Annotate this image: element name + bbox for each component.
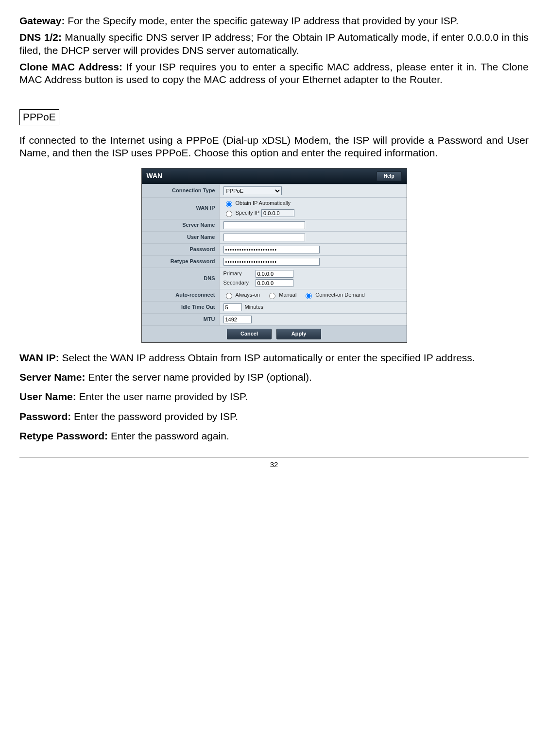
label-auto-reconnect: Auto-reconnect [142,289,220,301]
row-mtu: MTU [142,313,407,325]
username-label: User Name: [19,391,76,402]
dns-text: Manually specific DNS server IP address;… [19,32,529,55]
servername-text: Enter the server name provided by ISP (o… [85,371,312,383]
always-on-label: Always-on [236,292,260,299]
password-paragraph: Password: Enter the password provided by… [19,410,529,423]
label-dns: DNS [142,268,220,289]
label-retype-password: Retype Password [142,256,220,268]
row-connection-type: Connection Type PPPoE [142,184,407,197]
dns-primary-label: Primary [223,270,253,277]
cod-label: Connect-on Demand [315,292,365,299]
servername-label: Server Name: [19,371,85,383]
wan-header: WAN Help [142,168,407,184]
page-footer: 32 [19,457,529,470]
apply-button[interactable]: Apply [276,329,321,339]
pppoe-intro: If connected to the Internet using a PPP… [19,134,529,160]
clone-paragraph: Clone MAC Address: If your ISP requires … [19,61,529,86]
label-mtu: MTU [142,314,220,325]
cancel-button[interactable]: Cancel [227,329,272,339]
retype-text: Enter the password again. [108,430,229,441]
gateway-label: Gateway: [19,15,65,26]
dns-paragraph: DNS 1/2: Manually specific DNS server IP… [19,31,529,57]
manual-label: Manual [279,292,296,299]
row-password: Password [142,243,407,255]
help-button[interactable]: Help [377,171,402,182]
idle-unit: Minutes [245,304,264,311]
gateway-text: For the Specify mode, enter the specific… [65,15,459,26]
always-on-radio[interactable] [226,293,232,299]
specify-ip-label: Specify IP [236,210,260,217]
dns-secondary-label: Secondary [223,280,253,286]
cod-radio[interactable] [306,293,312,299]
mtu-input[interactable] [223,316,252,323]
obtain-auto-label: Obtain IP Automatically [236,200,291,207]
row-wan-ip: WAN IP Obtain IP Automatically Specify I… [142,197,407,219]
pppoe-section-tag: PPPoE [19,109,59,125]
retype-label: Retype Password: [19,430,108,441]
row-dns: DNS Primary Secondary [142,268,407,289]
label-server-name: Server Name [142,219,220,231]
row-retype-password: Retype Password [142,255,407,268]
label-user-name: User Name [142,232,220,243]
connection-type-select[interactable]: PPPoE [223,186,282,195]
wan-footer: Cancel Apply [142,325,407,342]
retype-paragraph: Retype Password: Enter the password agai… [19,430,529,442]
label-password: Password [142,244,220,255]
label-connection-type: Connection Type [142,185,220,197]
dns-label: DNS 1/2: [19,32,62,43]
wanip-paragraph: WAN IP: Select the WAN IP address Obtain… [19,352,529,364]
idle-input[interactable] [223,303,242,311]
servername-paragraph: Server Name: Enter the server name provi… [19,371,529,384]
clone-label: Clone MAC Address: [19,61,122,72]
retype-password-input[interactable] [223,258,320,266]
wanip-label: WAN IP: [19,352,59,363]
username-paragraph: User Name: Enter the user name provided … [19,390,529,403]
label-wan-ip: WAN IP [142,198,220,219]
label-idle: Idle Time Out [142,302,220,313]
obtain-auto-radio[interactable] [226,201,232,207]
username-text: Enter the user name provided by ISP. [76,391,248,402]
row-user-name: User Name [142,231,407,243]
password-text: Enter the password provided by ISP. [71,411,238,422]
dns-secondary-input[interactable] [256,279,293,287]
wan-title: WAN [147,172,163,181]
password-input[interactable] [223,246,320,253]
specify-ip-input[interactable] [261,209,294,217]
manual-radio[interactable] [269,293,275,299]
server-name-input[interactable] [223,221,305,229]
dns-primary-input[interactable] [256,270,293,278]
page-number: 32 [270,460,278,469]
password-label: Password: [19,411,71,422]
specify-ip-radio[interactable] [226,211,232,217]
row-auto-reconnect: Auto-reconnect Always-on Manual Connect-… [142,289,407,301]
row-server-name: Server Name [142,219,407,231]
row-idle: Idle Time Out Minutes [142,301,407,313]
wanip-text: Select the WAN IP address Obtain from IS… [59,352,475,363]
wan-figure: WAN Help Connection Type PPPoE WAN IP Ob… [141,168,407,343]
user-name-input[interactable] [223,234,305,241]
gateway-paragraph: Gateway: For the Specify mode, enter the… [19,15,529,27]
